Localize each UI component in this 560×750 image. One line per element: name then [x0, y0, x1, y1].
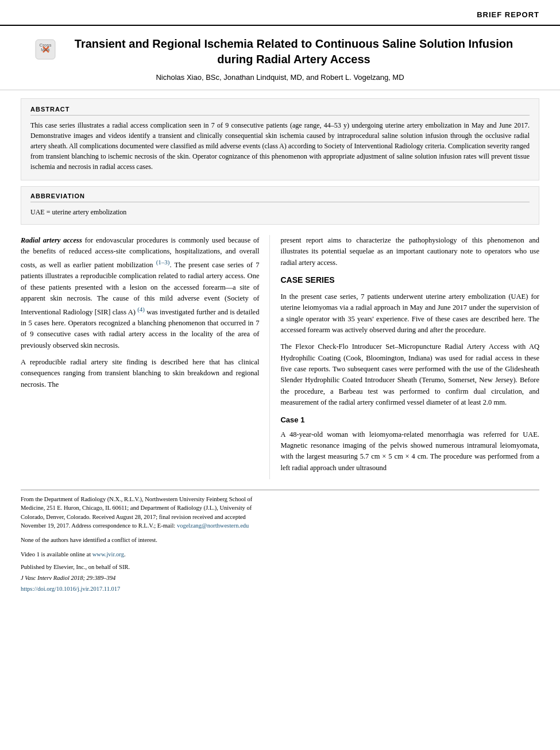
abbreviation-section: ABBREVIATION UAE = uterine artery emboli… [21, 186, 539, 225]
header: BRIEF REPORT [0, 0, 560, 26]
footnote-cols: From the Department of Radiology (N.X., … [21, 495, 539, 593]
footnote-right [269, 495, 539, 593]
crossmark-icon: ✕ Cross Mark [34, 39, 56, 60]
email-link[interactable]: vogelzang@northwestern.edu [177, 522, 249, 529]
first-word: Radial artery access [21, 236, 82, 244]
affiliation-text: From the Department of Radiology (N.X., … [21, 495, 259, 530]
page: BRIEF REPORT ✕ Cross Mark Transient and … [0, 0, 560, 750]
video-period: . [124, 551, 126, 557]
body-columns: Radial artery access for endovascular pr… [21, 235, 539, 479]
title-row: ✕ Cross Mark Transient and Regional Isch… [34, 36, 526, 67]
case1-heading: Case 1 [280, 414, 539, 426]
video-line: Video 1 is available online at www.jvir.… [21, 550, 259, 559]
footnote-area: From the Department of Radiology (N.X., … [21, 490, 539, 593]
case1-para: A 48-year-old woman with leiomyoma-relat… [280, 429, 539, 474]
journal-line: J Vasc Interv Radiol 2018; 29:389–394 [21, 574, 259, 582]
abstract-section: ABSTRACT This case series illustrates a … [21, 98, 539, 180]
abbreviation-text: UAE = uterine artery embolization [30, 207, 530, 217]
header-label: BRIEF REPORT [477, 10, 539, 19]
body-right-para1: present report aims to characterize the … [280, 235, 539, 268]
doi-link[interactable]: https://doi.org/10.1016/j.jvir.2017.11.0… [21, 586, 120, 592]
ref-1-3: (1–3) [156, 259, 170, 266]
video-link[interactable]: www.jvir.org [92, 551, 124, 557]
case-series-heading: CASE SERIES [280, 274, 539, 287]
main-title: Transient and Regional Ischemia Related … [62, 36, 526, 67]
conflict-text: None of the authors have identified a co… [21, 536, 259, 544]
abbreviation-label: ABBREVIATION [30, 193, 530, 202]
body-col-left: Radial artery access for endovascular pr… [21, 235, 269, 479]
video-text: Video 1 is available online at [21, 551, 92, 557]
title-section: ✕ Cross Mark Transient and Regional Isch… [0, 26, 560, 90]
body-left-para2: A reproducible radial artery site findin… [21, 357, 259, 390]
case-series-para1: In the present case series, 7 patients u… [280, 291, 539, 336]
abstract-text: This case series illustrates a radial ac… [30, 120, 530, 172]
doi-line: https://doi.org/10.1016/j.jvir.2017.11.0… [21, 584, 259, 593]
svg-text:Mark: Mark [41, 48, 50, 52]
authors: Nicholas Xiao, BSc, Jonathan Lindquist, … [34, 73, 526, 82]
footnote-left: From the Department of Radiology (N.X., … [21, 495, 269, 593]
abstract-label: ABSTRACT [30, 106, 530, 116]
body-left-para1: Radial artery access for endovascular pr… [21, 235, 259, 351]
svg-text:Cross: Cross [40, 43, 52, 48]
case-series-para2: The Flexor Check-Flo Introducer Set–Micr… [280, 341, 539, 408]
ref-4: (4) [137, 305, 145, 312]
body-col-right: present report aims to characterize the … [269, 235, 539, 479]
published-line: Published by Elsevier, Inc., on behalf o… [21, 563, 259, 571]
body-left-para1-text: for endovascular procedures is commonly … [21, 236, 259, 349]
